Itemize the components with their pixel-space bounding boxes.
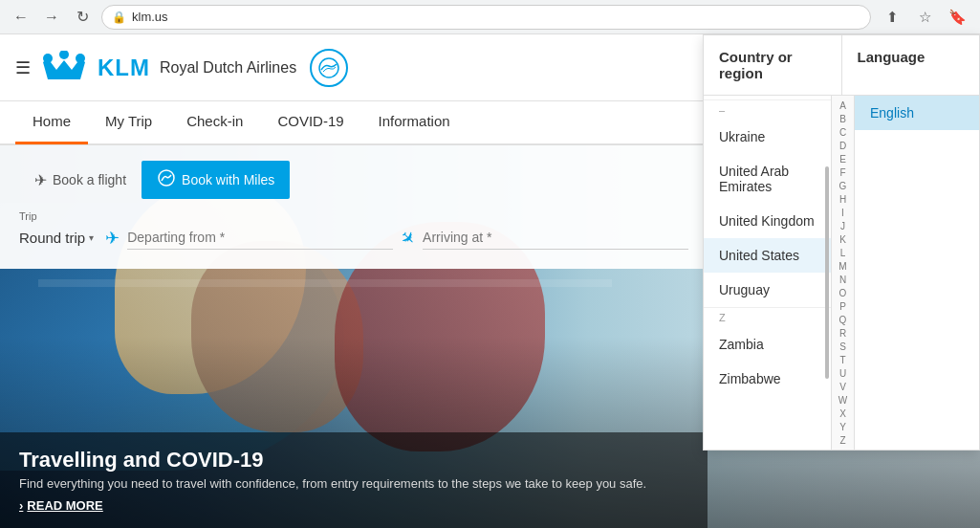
depart-plane-icon: ✈ bbox=[105, 228, 120, 249]
country-list: – Ukraine United Arab Emirates United Ki… bbox=[704, 96, 831, 400]
trip-row: Round trip ▾ ✈ ✈ bbox=[19, 226, 688, 250]
country-col-header: Country or region bbox=[704, 35, 842, 95]
trip-select-arrow: ▾ bbox=[89, 232, 94, 243]
arriving-input[interactable] bbox=[423, 226, 688, 250]
search-tabs: ✈ Book a flight Book with Miles bbox=[19, 161, 688, 199]
alpha-s[interactable]: S bbox=[839, 341, 846, 354]
klm-subtitle: Royal Dutch Airlines bbox=[160, 59, 296, 77]
share-button[interactable]: ⬆ bbox=[879, 4, 905, 31]
address-bar[interactable]: 🔒 klm.us bbox=[101, 5, 871, 30]
alphabet-sidebar: A B C D E F G H I J K L M N O P Q R S T … bbox=[832, 96, 855, 450]
bookmark-button[interactable]: 🔖 bbox=[944, 4, 970, 31]
alpha-x[interactable]: X bbox=[839, 407, 846, 421]
klm-wings-icon bbox=[310, 49, 348, 87]
alpha-g[interactable]: G bbox=[839, 180, 847, 193]
trip-type-select[interactable]: Round trip ▾ bbox=[19, 226, 94, 250]
alpha-k[interactable]: K bbox=[839, 233, 846, 247]
miles-icon bbox=[157, 168, 176, 191]
search-panel: ✈ Book a flight Book with Miles Trip Rou… bbox=[0, 145, 708, 269]
browser-right-icons: ⬆ ☆ 🔖 bbox=[879, 4, 970, 31]
alpha-p[interactable]: P bbox=[839, 300, 846, 314]
alpha-b[interactable]: B bbox=[839, 113, 846, 126]
alpha-v[interactable]: V bbox=[839, 381, 846, 394]
alpha-w[interactable]: W bbox=[838, 394, 847, 407]
book-flight-tab[interactable]: ✈ Book a flight bbox=[19, 161, 142, 199]
book-miles-label: Book with Miles bbox=[182, 172, 274, 187]
alpha-n[interactable]: N bbox=[839, 274, 846, 287]
covid-read-more-link[interactable]: › READ MORE bbox=[19, 498, 688, 513]
klm-logo[interactable]: KLM Royal Dutch Airlines bbox=[40, 49, 348, 87]
menu-icon[interactable]: ☰ bbox=[15, 57, 31, 78]
country-item-zimbabwe[interactable]: Zimbabwe bbox=[704, 362, 831, 396]
dropdown-body: – Ukraine United Arab Emirates United Ki… bbox=[704, 96, 979, 450]
forward-button[interactable]: → bbox=[40, 6, 63, 29]
alpha-y[interactable]: Y bbox=[839, 421, 846, 434]
country-item-zambia[interactable]: Zambia bbox=[704, 327, 831, 362]
svg-point-1 bbox=[59, 51, 69, 59]
nav-item-my-trip[interactable]: My Trip bbox=[88, 100, 169, 144]
alpha-t[interactable]: T bbox=[839, 354, 845, 367]
lock-icon: 🔒 bbox=[112, 11, 126, 24]
language-column: English bbox=[855, 96, 979, 450]
dropdown-header: Country or region Language bbox=[704, 35, 979, 96]
svg-point-5 bbox=[159, 170, 174, 186]
book-flight-label: Book a flight bbox=[53, 172, 126, 187]
trip-type-value: Round trip bbox=[19, 230, 85, 246]
alpha-e[interactable]: E bbox=[839, 153, 846, 166]
alpha-u[interactable]: U bbox=[839, 367, 846, 381]
arrive-plane-icon: ✈ bbox=[396, 225, 421, 250]
alpha-h[interactable]: H bbox=[839, 193, 846, 207]
url-text: klm.us bbox=[132, 10, 168, 24]
alpha-i[interactable]: I bbox=[841, 207, 844, 220]
wings-svg bbox=[317, 56, 340, 79]
country-separator-z: Z bbox=[704, 307, 831, 327]
alpha-j[interactable]: J bbox=[840, 220, 845, 233]
alpha-f[interactable]: F bbox=[839, 166, 845, 180]
alpha-c[interactable]: C bbox=[839, 126, 846, 140]
plane-icon: ✈ bbox=[34, 171, 47, 189]
covid-link-prefix: › bbox=[19, 498, 23, 513]
alpha-r[interactable]: R bbox=[839, 327, 846, 341]
alpha-q[interactable]: Q bbox=[839, 314, 847, 327]
back-button[interactable]: ← bbox=[10, 6, 33, 29]
alpha-d[interactable]: D bbox=[839, 140, 846, 153]
nav-item-covid[interactable]: COVID-19 bbox=[260, 100, 360, 144]
covid-title: Travelling and COVID-19 bbox=[19, 448, 688, 473]
trip-label: Trip bbox=[19, 210, 688, 222]
reload-button[interactable]: ↻ bbox=[71, 6, 94, 29]
departing-input[interactable] bbox=[127, 226, 393, 250]
alpha-a[interactable]: A bbox=[839, 99, 846, 113]
alpha-z[interactable]: Z bbox=[839, 434, 845, 448]
scroll-indicator bbox=[825, 166, 829, 379]
language-col-header: Language bbox=[842, 35, 980, 95]
alpha-l[interactable]: L bbox=[840, 247, 846, 260]
nav-item-check-in[interactable]: Check-in bbox=[169, 100, 260, 144]
country-item-uae[interactable]: United Arab Emirates bbox=[704, 154, 831, 204]
star-button[interactable]: ☆ bbox=[911, 4, 938, 31]
country-language-dropdown: Country or region Language – Ukraine Uni… bbox=[703, 34, 980, 451]
browser-chrome: ← → ↻ 🔒 klm.us ⬆ ☆ 🔖 bbox=[0, 0, 980, 34]
country-item-us[interactable]: United States bbox=[704, 238, 831, 273]
covid-link-label: READ MORE bbox=[27, 498, 102, 513]
klm-crown-icon bbox=[40, 51, 88, 85]
covid-description: Find everything you need to travel with … bbox=[19, 476, 688, 491]
nav-item-information[interactable]: Information bbox=[361, 100, 468, 144]
book-miles-tab[interactable]: Book with Miles bbox=[142, 161, 290, 199]
country-list-column[interactable]: – Ukraine United Arab Emirates United Ki… bbox=[704, 96, 832, 450]
country-separator-dash: – bbox=[704, 99, 831, 120]
alpha-o[interactable]: O bbox=[839, 287, 847, 300]
svg-marker-3 bbox=[43, 58, 85, 79]
covid-banner: Travelling and COVID-19 Find everything … bbox=[0, 432, 708, 528]
nav-item-home[interactable]: Home bbox=[15, 100, 88, 144]
klm-text: KLM bbox=[98, 55, 150, 81]
country-item-ukraine[interactable]: Ukraine bbox=[704, 120, 831, 154]
country-item-uk[interactable]: United Kingdom bbox=[704, 204, 831, 238]
language-item-english[interactable]: English bbox=[855, 96, 979, 130]
miles-svg bbox=[157, 168, 176, 187]
route-inputs: ✈ ✈ bbox=[105, 226, 688, 250]
alpha-m[interactable]: M bbox=[838, 260, 846, 274]
country-item-uruguay[interactable]: Uruguay bbox=[704, 273, 831, 307]
